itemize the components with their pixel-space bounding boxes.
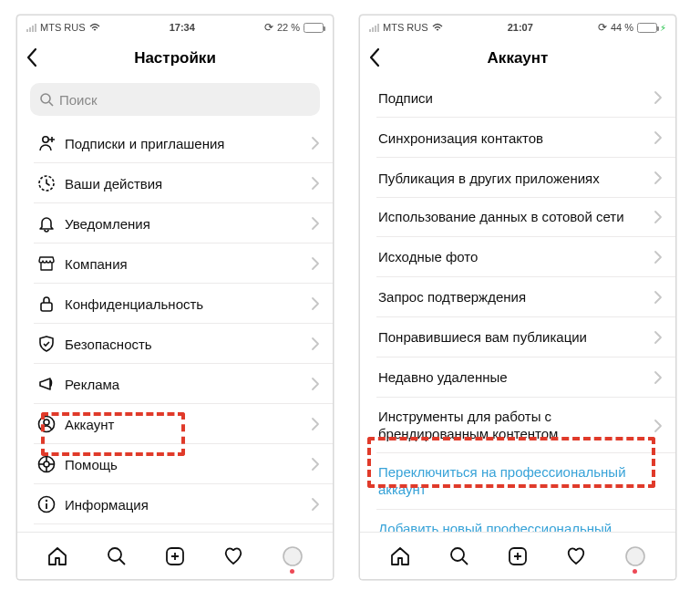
chevron-right-icon: [654, 370, 663, 385]
right-row-1[interactable]: Синхронизация контактов: [360, 118, 675, 158]
signal-bars-icon: [369, 24, 379, 32]
carrier-label: MTS RUS: [383, 22, 428, 33]
battery-pct-label: 44 %: [611, 22, 633, 33]
row-label: Реклама: [59, 377, 311, 392]
header: Настройки: [17, 39, 333, 78]
right-row-3[interactable]: Использование данных в сотовой сети: [360, 198, 675, 237]
nav-search-icon[interactable]: [446, 543, 473, 570]
follow-icon: [34, 133, 59, 153]
search-input[interactable]: Поиск: [30, 83, 320, 116]
wifi-icon: [89, 23, 100, 32]
chevron-right-icon: [311, 457, 320, 471]
activity-icon: [34, 173, 59, 193]
left-row-5[interactable]: Безопасность: [17, 324, 333, 364]
svg-line-19: [119, 559, 125, 565]
svg-point-18: [108, 548, 121, 561]
wifi-icon: [432, 23, 443, 32]
nav-home-icon[interactable]: [386, 543, 414, 570]
nav-profile-icon[interactable]: [622, 543, 649, 570]
right-row-9[interactable]: Переключиться на профессиональный аккаун…: [360, 453, 675, 510]
chevron-right-icon: [311, 176, 320, 191]
row-label: Аккаунт: [59, 417, 311, 432]
chevron-right-icon: [311, 377, 320, 391]
search-icon: [39, 92, 54, 107]
svg-line-1: [49, 102, 53, 106]
row-label: Публикация в других приложениях: [376, 171, 654, 186]
row-label: Подписки и приглашения: [59, 136, 311, 151]
bottom-nav: [360, 532, 675, 579]
right-row-2[interactable]: Публикация в других приложениях: [360, 158, 675, 198]
megaphone-icon: [34, 374, 59, 394]
left-row-9[interactable]: Информация: [17, 484, 333, 524]
left-row-2[interactable]: Уведомления: [17, 203, 333, 244]
row-label: Уведомления: [59, 216, 311, 232]
left-row-8[interactable]: Помощь: [17, 444, 333, 484]
chevron-right-icon: [311, 337, 320, 351]
nav-profile-icon[interactable]: [279, 543, 306, 570]
sync-icon: ⟳: [264, 21, 273, 34]
left-row-6[interactable]: Реклама: [17, 364, 333, 404]
charging-icon: ⚡︎: [660, 23, 666, 33]
battery-icon: ⚡︎: [637, 23, 666, 33]
svg-point-2: [43, 137, 48, 142]
notification-dot-icon: [633, 569, 637, 574]
chevron-right-icon: [311, 256, 320, 271]
chevron-right-icon: [311, 216, 320, 231]
right-row-8[interactable]: Инструменты для работы с брендированным …: [360, 398, 675, 454]
right-row-4[interactable]: Исходные фото: [360, 237, 675, 277]
row-label: Использование данных в сотовой сети: [376, 209, 654, 226]
chevron-right-icon: [654, 330, 663, 345]
phone-account: MTS RUS 21:07 ⟳ 44 % ⚡︎ Аккаунт ПодписиС…: [359, 15, 676, 580]
signal-bars-icon: [26, 24, 36, 32]
row-label: Синхронизация контактов: [376, 130, 654, 146]
shield-icon: [34, 334, 59, 354]
row-label: Ваши действия: [59, 176, 311, 192]
svg-point-16: [46, 500, 47, 502]
row-label: Понравившиеся вам публикации: [376, 329, 654, 345]
nav-activity-icon[interactable]: [562, 543, 590, 570]
header: Аккаунт: [360, 39, 675, 78]
row-label: Переключиться на профессиональный аккаун…: [376, 464, 663, 499]
right-row-6[interactable]: Понравившиеся вам публикации: [360, 317, 675, 357]
nav-home-icon[interactable]: [44, 543, 71, 570]
row-label: Недавно удаленные: [376, 369, 654, 385]
nav-activity-icon[interactable]: [220, 543, 247, 570]
status-bar: MTS RUS 17:34 ⟳ 22 %: [17, 16, 333, 39]
bottom-nav: [17, 532, 333, 579]
svg-rect-6: [41, 303, 52, 311]
right-row-0[interactable]: Подписи: [360, 78, 675, 118]
row-label: Подписи: [376, 90, 654, 106]
chevron-right-icon: [654, 210, 663, 224]
svg-line-25: [462, 559, 468, 565]
battery-icon: [304, 23, 324, 33]
row-label: Информация: [59, 497, 311, 513]
nav-search-icon[interactable]: [103, 543, 130, 570]
svg-point-29: [626, 547, 644, 565]
nav-add-icon[interactable]: [161, 543, 189, 570]
back-button[interactable]: [367, 47, 384, 68]
bell-icon: [34, 213, 59, 233]
left-row-4[interactable]: Конфиденциальность: [17, 284, 333, 324]
svg-point-8: [44, 420, 49, 425]
account-list: ПодписиСинхронизация контактовПубликация…: [360, 78, 675, 565]
right-row-7[interactable]: Недавно удаленные: [360, 357, 675, 398]
back-button[interactable]: [25, 47, 41, 68]
left-row-7[interactable]: Аккаунт: [17, 404, 333, 444]
chevron-right-icon: [311, 296, 320, 311]
svg-point-0: [41, 94, 50, 103]
notification-dot-icon: [290, 569, 294, 574]
row-label: Конфиденциальность: [59, 296, 311, 312]
shop-icon: [34, 254, 59, 274]
left-row-1[interactable]: Ваши действия: [17, 163, 333, 203]
svg-point-7: [39, 417, 55, 432]
nav-add-icon[interactable]: [504, 543, 531, 570]
chevron-right-icon: [311, 136, 320, 150]
left-row-3[interactable]: Компания: [17, 244, 333, 284]
row-label: Безопасность: [59, 337, 311, 352]
clock-label: 17:34: [170, 22, 195, 33]
help-icon: [34, 454, 59, 474]
row-label: Инструменты для работы с брендированным …: [376, 409, 654, 443]
svg-point-10: [44, 461, 49, 467]
left-row-0[interactable]: Подписки и приглашения: [17, 123, 333, 163]
right-row-5[interactable]: Запрос подтверждения: [360, 277, 675, 317]
